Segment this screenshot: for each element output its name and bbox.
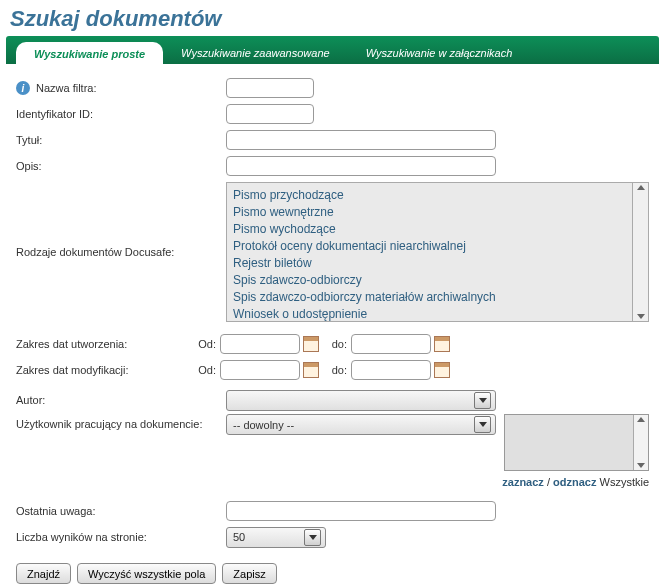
results-per-page-select[interactable]: 50: [226, 527, 326, 548]
find-button[interactable]: Znajdź: [16, 563, 71, 584]
created-from-input[interactable]: [220, 334, 300, 354]
selection-box[interactable]: [504, 414, 649, 471]
last-remark-input[interactable]: [226, 501, 496, 521]
deselect-all-link[interactable]: odznacz: [553, 476, 596, 488]
selection-scrollbar[interactable]: [633, 415, 648, 470]
dropdown-icon: [474, 392, 491, 409]
label-doc-types: Rodzaje dokumentów Docusafe:: [16, 182, 226, 322]
save-button[interactable]: Zapisz: [222, 563, 276, 584]
doc-types-scrollbar[interactable]: [633, 182, 649, 322]
label-user-working: Użytkownik pracujący na dokumencie:: [16, 414, 226, 430]
label-description: Opis:: [16, 160, 226, 172]
label-from-2: Od:: [186, 364, 220, 376]
calendar-icon[interactable]: [303, 362, 319, 378]
page-title: Szukaj dokumentów: [0, 0, 665, 36]
doc-type-option[interactable]: Spis zdawczo-odbiorczy: [233, 272, 626, 289]
tab-simple-search[interactable]: Wyszukiwanie proste: [16, 42, 163, 65]
dropdown-icon: [304, 529, 321, 546]
results-per-page-value: 50: [233, 531, 245, 543]
doc-type-option[interactable]: Wniosek o udostępnienie: [233, 306, 626, 322]
calendar-icon[interactable]: [303, 336, 319, 352]
dropdown-icon: [474, 416, 491, 433]
modified-from-input[interactable]: [220, 360, 300, 380]
created-to-input[interactable]: [351, 334, 431, 354]
label-title: Tytuł:: [16, 134, 226, 146]
scroll-down-icon: [637, 463, 645, 468]
tab-advanced-search[interactable]: Wyszukiwanie zaawansowane: [163, 41, 348, 64]
label-author: Autor:: [16, 394, 226, 406]
doc-type-option[interactable]: Rejestr biletów: [233, 255, 626, 272]
user-working-select[interactable]: -- dowolny --: [226, 414, 496, 435]
scroll-up-icon: [637, 417, 645, 422]
title-input[interactable]: [226, 130, 496, 150]
label-to-1: do:: [325, 338, 351, 350]
filter-name-input[interactable]: [226, 78, 314, 98]
mark-links: zaznacz / odznacz Wszystkie: [226, 476, 649, 488]
label-modified-range: Zakres dat modyfikacji:: [16, 364, 186, 376]
info-icon: i: [16, 81, 30, 95]
label-to-2: do:: [325, 364, 351, 376]
label-from-1: Od:: [186, 338, 220, 350]
scroll-down-icon: [637, 314, 645, 319]
label-filter-name: Nazwa filtra:: [36, 82, 97, 94]
calendar-icon[interactable]: [434, 336, 450, 352]
action-buttons: Znajdź Wyczyść wszystkie pola Zapisz: [0, 559, 665, 587]
doc-type-option[interactable]: Pismo wewnętrzne: [233, 204, 626, 221]
label-created-range: Zakres dat utworzenia:: [16, 338, 186, 350]
identifier-id-input[interactable]: [226, 104, 314, 124]
user-working-value: -- dowolny --: [233, 419, 294, 431]
doc-type-option[interactable]: Pismo przychodzące: [233, 187, 626, 204]
modified-to-input[interactable]: [351, 360, 431, 380]
doc-type-option[interactable]: Pismo wychodzące: [233, 221, 626, 238]
clear-all-button[interactable]: Wyczyść wszystkie pola: [77, 563, 216, 584]
label-results-per-page: Liczba wyników na stronie:: [16, 531, 226, 543]
doc-type-option[interactable]: Protokół oceny dokumentacji niearchiwaln…: [233, 238, 626, 255]
tab-bar: Wyszukiwanie proste Wyszukiwanie zaawans…: [6, 36, 659, 64]
doc-type-option[interactable]: Spis zdawczo-odbiorczy materiałów archiw…: [233, 289, 626, 306]
search-form: i Nazwa filtra: Identyfikator ID: Tytuł:…: [0, 64, 665, 559]
select-all-link[interactable]: zaznacz: [502, 476, 544, 488]
scroll-up-icon: [637, 185, 645, 190]
description-input[interactable]: [226, 156, 496, 176]
doc-types-list[interactable]: Pismo przychodzącePismo wewnętrznePismo …: [226, 182, 633, 322]
calendar-icon[interactable]: [434, 362, 450, 378]
author-select[interactable]: [226, 390, 496, 411]
tab-attachments-search[interactable]: Wyszukiwanie w załącznikach: [348, 41, 531, 64]
label-identifier-id: Identyfikator ID:: [16, 108, 226, 120]
label-last-remark: Ostatnia uwaga:: [16, 505, 226, 517]
